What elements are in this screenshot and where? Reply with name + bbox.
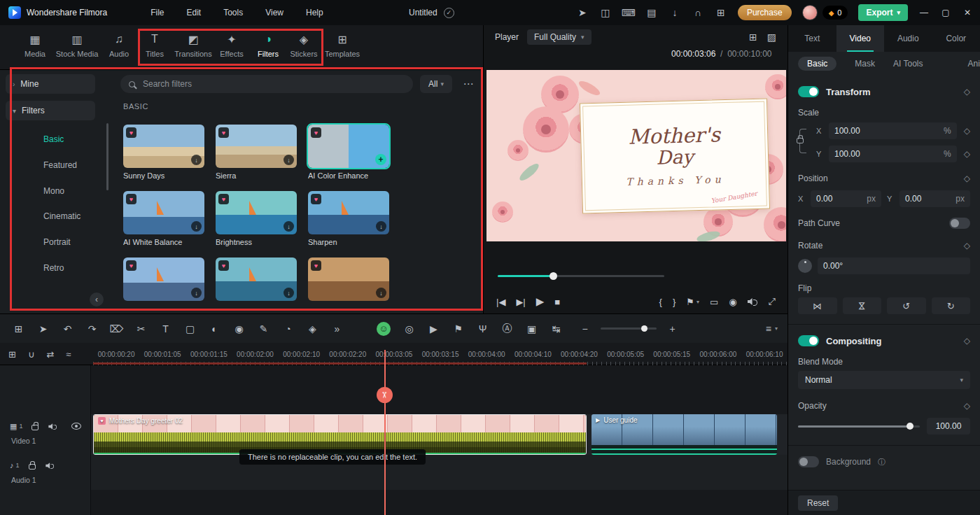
lock-track-icon[interactable] — [29, 464, 36, 470]
mute-track-icon[interactable] — [46, 462, 55, 468]
seek-track[interactable] — [498, 275, 664, 277]
zoom-out-icon[interactable]: − — [576, 320, 594, 337]
window-minimize-button[interactable]: — — [918, 8, 930, 17]
background-toggle[interactable] — [798, 456, 819, 467]
purchase-button[interactable]: Purchase — [738, 5, 792, 20]
multi-view-icon[interactable]: ⊞ — [749, 31, 757, 43]
keyframe-diamond-icon[interactable]: ◇ — [964, 336, 970, 346]
keyframe-icon[interactable]: ◈ — [304, 320, 321, 337]
filter-thumbnail[interactable]: ♥ ↓ — [216, 125, 297, 168]
opacity-handle[interactable] — [906, 423, 913, 430]
download-icon[interactable]: ↓ — [376, 221, 386, 232]
window-maximize-button[interactable]: ▢ — [940, 8, 951, 17]
speed-icon[interactable]: ◔ — [279, 320, 297, 337]
add-text-icon[interactable]: T — [157, 320, 174, 337]
auto-sync-icon[interactable]: ↹ — [547, 320, 565, 337]
display-device-button[interactable]: ▭ — [710, 297, 718, 307]
subtab-basic[interactable]: Basic — [798, 57, 836, 71]
quality-dropdown[interactable]: Full Quality ▾ — [527, 29, 592, 45]
zoom-slider[interactable] — [601, 327, 657, 330]
flip-horizontal-button[interactable]: ⋈ — [798, 297, 837, 314]
mark-out-button[interactable]: } — [673, 297, 676, 307]
tab-stickers[interactable]: ◈ Stickers — [290, 33, 317, 58]
transform-toggle[interactable] — [798, 86, 819, 97]
favorite-icon[interactable]: ♥ — [218, 194, 229, 204]
download-resources-icon[interactable]: ↓ — [668, 6, 681, 19]
tab-text[interactable]: Text — [788, 25, 836, 52]
more-tools-icon[interactable]: » — [328, 320, 346, 337]
keyframe-diamond-icon[interactable]: ◇ — [964, 401, 970, 411]
sidebar-item-cinematic[interactable]: Cinematic — [0, 204, 106, 228]
filter-thumbnail[interactable]: ♥ ↓ — [123, 191, 204, 234]
effects-camera-icon[interactable]: ◎ — [400, 320, 418, 337]
opacity-value[interactable]: 100.00 — [927, 418, 970, 435]
tab-audio[interactable]: ♫ Audio — [109, 33, 129, 58]
keyframe-diamond-icon[interactable]: ◇ — [964, 149, 970, 159]
mark-in-button[interactable]: { — [659, 297, 662, 307]
sidebar-item-filters[interactable]: ▾ Filters — [6, 101, 95, 120]
favorite-icon[interactable]: ♥ — [311, 260, 321, 271]
marker-icon[interactable]: ⚑ — [449, 320, 467, 337]
auto-ripple-icon[interactable]: ⇄ — [46, 349, 54, 360]
favorite-icon[interactable]: ♥ — [218, 260, 229, 271]
rotate-input[interactable] — [823, 261, 886, 271]
filter-thumbnail[interactable]: ♥ + — [308, 125, 389, 168]
tab-transitions[interactable]: ◩ Transitions — [174, 33, 211, 58]
sidebar-item-portrait[interactable]: Portrait — [0, 230, 106, 254]
zoom-handle[interactable] — [641, 325, 648, 332]
delete-icon[interactable]: ⌦ — [108, 320, 125, 337]
search-input[interactable] — [141, 78, 405, 90]
sidebar-item-retro[interactable]: Retro — [0, 256, 106, 280]
track-layout-button[interactable]: ≡ ▾ — [766, 323, 778, 334]
sidebar-scrollbar[interactable] — [106, 123, 108, 190]
support-icon[interactable]: ∩ — [692, 6, 704, 19]
playhead-split-badge[interactable]: ✂ — [377, 387, 393, 403]
favorite-icon[interactable]: ♥ — [311, 194, 321, 204]
scale-y-field[interactable]: % — [829, 146, 957, 162]
sidebar-item-featured[interactable]: Featured — [0, 153, 106, 177]
filter-thumbnail[interactable]: ♥ ↓ — [216, 191, 297, 234]
tab-templates[interactable]: ⊞ Templates — [325, 33, 360, 58]
snapshot-button[interactable]: ◉ — [729, 297, 736, 307]
ai-edit-icon[interactable]: ✎ — [255, 320, 272, 337]
download-icon[interactable]: ↓ — [284, 288, 294, 298]
compositing-toggle[interactable] — [798, 335, 819, 346]
keyframe-diamond-icon[interactable]: ◇ — [964, 87, 970, 97]
menu-view[interactable]: View — [265, 8, 284, 17]
sidebar-item-basic[interactable]: Basic — [0, 127, 106, 151]
keyframe-diamond-icon[interactable]: ◇ — [964, 241, 970, 251]
color-correction-icon[interactable]: ◐ — [206, 320, 223, 337]
mute-track-icon[interactable] — [49, 423, 58, 429]
download-icon[interactable]: ↓ — [191, 288, 202, 298]
tab-titles[interactable]: T Titles — [146, 33, 164, 58]
favorite-icon[interactable]: ♥ — [126, 194, 136, 204]
emoji-sticker-icon[interactable]: ☺ — [377, 322, 391, 336]
screen-record-icon[interactable]: ▣ — [523, 320, 540, 337]
download-icon[interactable]: ↓ — [191, 155, 202, 165]
volume-button[interactable] — [748, 298, 758, 306]
apps-icon[interactable]: ⊞ — [715, 6, 727, 19]
cloud-sync-icon[interactable]: ✓ — [444, 8, 454, 18]
tab-video[interactable]: Video — [836, 25, 885, 52]
undo-icon[interactable]: ↶ — [59, 320, 76, 337]
rotate-knob[interactable] — [798, 259, 812, 273]
rotate-field[interactable] — [818, 258, 970, 274]
favorite-icon[interactable]: ♥ — [311, 127, 321, 138]
tab-effects[interactable]: ✦ Effects — [220, 33, 243, 58]
render-preview-icon[interactable]: ▶ — [425, 320, 442, 337]
filter-thumbnail[interactable]: ♥ ↓ — [123, 125, 204, 168]
playhead[interactable] — [384, 350, 386, 515]
favorite-icon[interactable]: ♥ — [126, 260, 136, 271]
reset-button[interactable]: Reset — [798, 495, 838, 511]
filter-thumbnail[interactable]: ♥ ↓ — [123, 258, 204, 301]
text-to-speech-icon[interactable]: Ⓐ — [498, 320, 516, 337]
redo-icon[interactable]: ↷ — [83, 320, 101, 337]
next-frame-button[interactable]: ▶| — [516, 297, 525, 307]
position-x-input[interactable] — [816, 194, 847, 204]
favorite-icon[interactable]: ♥ — [218, 127, 229, 138]
tab-filters[interactable]: ◑ Filters — [258, 33, 279, 58]
menu-help[interactable]: Help — [306, 8, 323, 17]
menu-file[interactable]: File — [150, 8, 164, 17]
clip-user-guide[interactable]: ▶ User guide — [592, 414, 777, 455]
menu-edit[interactable]: Edit — [187, 8, 202, 17]
